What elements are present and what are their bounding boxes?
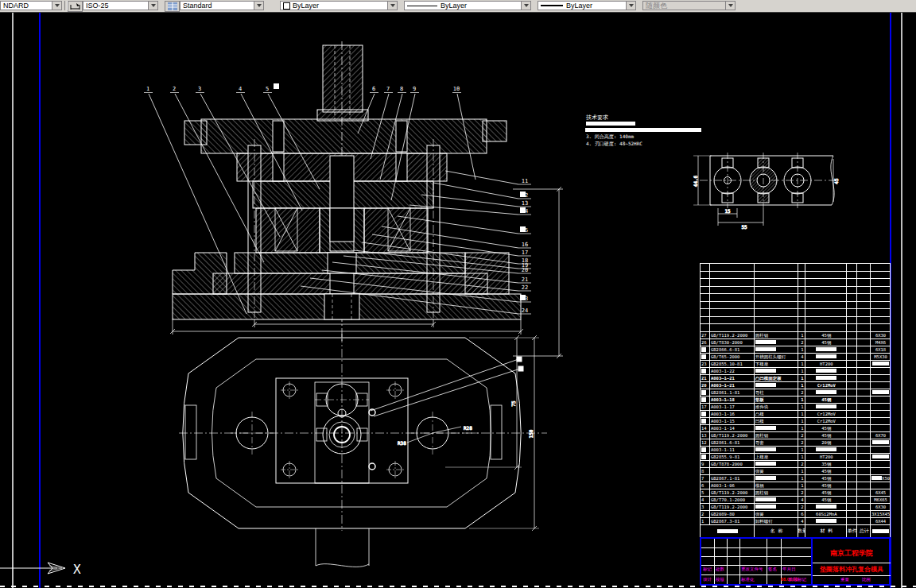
selection-grip[interactable] — [520, 295, 526, 300]
dim-style-combo[interactable]: ISO-25 — [83, 1, 158, 10]
bom-row: 6A003-1-06模柄145钢 — [701, 482, 891, 489]
tb-label-std: 标准化 — [741, 577, 755, 582]
balloon-number[interactable]: 8 — [400, 86, 403, 92]
selection-grip[interactable] — [520, 207, 526, 213]
bom-row: 1GB2867.3-81卸料螺钉46X44 — [701, 518, 891, 525]
bom-row: 5GB/T119.2-2000圆柱销245钢6X45 — [701, 489, 891, 497]
tb-label-count: 处数 — [716, 567, 724, 572]
bom-empty-row — [701, 287, 891, 295]
bom-row: 12GB2861.6-81导套220钢 — [701, 439, 891, 447]
balloon-number[interactable]: 17 — [522, 250, 528, 256]
balloon-number[interactable]: 10 — [453, 86, 460, 92]
highlighted-note-line[interactable] — [586, 122, 635, 126]
tb-label-scale: 比例 — [862, 577, 871, 582]
dim-style-value: ISO-25 — [86, 2, 109, 10]
bom-empty-row — [701, 294, 891, 302]
bom-row: A003-1-16凸模1Cr12MoV — [701, 411, 891, 418]
tb-label-weight: 重量 — [840, 577, 849, 582]
selection-grip[interactable] — [520, 226, 526, 232]
tb-label-stage: 阶段标记 — [789, 577, 806, 582]
chevron-down-icon[interactable] — [254, 2, 263, 10]
bom-data-rows: 27GB/T119.2-2000圆柱销145钢6X3026GB/T830-200… — [701, 332, 891, 525]
selection-grip[interactable] — [520, 191, 526, 197]
svg-text:150: 150 — [528, 429, 534, 438]
bom-row: GB2855.9-81上模座1HT200 — [701, 454, 891, 461]
drawing-title: 垫圈落料冲孔复合模具 — [813, 565, 891, 574]
svg-text:R38: R38 — [398, 440, 406, 446]
table-style-combo[interactable]: Standard — [180, 1, 264, 10]
balloon-number[interactable]: 3 — [198, 86, 201, 92]
chevron-down-icon[interactable] — [626, 2, 635, 10]
bom-row: GB/T65-2000开槽圆柱头螺钉4M5X30 — [701, 354, 891, 361]
bom-header-cell — [871, 525, 891, 537]
bom-row: 26GB/T830-2000245钢M4X6 — [701, 339, 891, 346]
bom-row: GB2861.1-81导柱2 — [701, 389, 891, 397]
svg-text:75: 75 — [510, 400, 516, 407]
table-style-icon[interactable] — [165, 1, 180, 12]
chevron-down-icon[interactable] — [148, 2, 157, 10]
tb-label-date: 年月日 — [782, 567, 796, 572]
bom-row: 3GB/T119.2-200026X30 — [701, 504, 891, 511]
balloon-number[interactable]: 4 — [239, 86, 242, 92]
balloon-number[interactable]: 22 — [522, 284, 528, 291]
chevron-down-icon[interactable] — [521, 2, 530, 10]
balloon-number[interactable]: 1 — [146, 86, 149, 92]
bom-header-cell — [701, 525, 755, 537]
balloon-number[interactable]: 11 — [522, 178, 528, 184]
balloon-number[interactable]: 6 — [372, 86, 375, 92]
bom-empty-row — [701, 279, 891, 287]
balloon-number[interactable]: 7 — [386, 86, 390, 92]
dowel-pin[interactable] — [369, 463, 375, 470]
linetype-value: ByLayer — [441, 2, 467, 10]
chevron-down-icon[interactable] — [387, 2, 397, 10]
lineweight-combo[interactable]: ByLayer — [538, 1, 636, 10]
bom-row: 17A003-1-17推件块1 — [701, 404, 891, 411]
section-view[interactable] — [173, 41, 521, 342]
balloon-number[interactable]: 2 — [173, 86, 176, 92]
tb-label-file: 更改文件号 — [741, 567, 763, 572]
selection-grip[interactable] — [518, 366, 523, 371]
technical-notes: 技术要求 3. 闭合高度: 140mm 4. 刃口硬度: 48~52HRC — [585, 114, 701, 147]
bom-empty-row — [701, 317, 891, 325]
bom-row: A003—1—18垫板145钢 — [701, 397, 891, 404]
lineweight-value: ByLayer — [566, 2, 592, 10]
school-name: 南京工程学院 — [813, 548, 891, 559]
ucs-x-label: X — [73, 562, 81, 577]
balloon-number[interactable]: 9 — [413, 86, 416, 92]
text-style-value: NDARD — [3, 2, 29, 10]
linetype-combo[interactable]: ByLayer — [404, 1, 531, 10]
balloon-number[interactable]: 24 — [522, 308, 528, 314]
bom-row: 23GB2855.10-81下模座1HT200 — [701, 361, 891, 368]
bom-row: A003-1-111 — [701, 447, 891, 454]
color-swatch — [283, 2, 290, 10]
color-combo[interactable]: ByLayer — [280, 1, 398, 10]
highlighted-note-line[interactable] — [585, 128, 701, 132]
selection-grip[interactable] — [517, 357, 522, 362]
bom-row: 2GB2089-80弹簧660Si2MnA3X15X45 — [701, 511, 891, 518]
dim-style-icon[interactable] — [68, 1, 83, 12]
balloon-number[interactable]: 16 — [522, 242, 528, 248]
strip-layout-view[interactable] — [700, 153, 836, 208]
svg-text:15: 15 — [724, 208, 731, 214]
bom-empty-row — [701, 324, 891, 332]
bom-row: A003-1-221 — [701, 368, 891, 375]
tb-label-sign: 签名 — [768, 567, 777, 572]
svg-text:55: 55 — [741, 224, 747, 230]
bom-row: 9GB/T878-2000235钢 — [701, 461, 891, 468]
bom-row: 27GB/T119.2-2000圆柱销145钢6X30 — [701, 332, 891, 339]
plan-view[interactable] — [179, 334, 547, 567]
bom-header-cell: 材 料 — [805, 525, 847, 537]
tb-label-mark: 标记 — [703, 567, 712, 572]
plot-style-combo: 随颜色 — [642, 1, 736, 10]
balloon-number[interactable]: 5 — [266, 86, 269, 92]
chevron-down-icon[interactable] — [52, 2, 61, 10]
balloon-number[interactable]: 20 — [522, 267, 528, 273]
selection-grip[interactable] — [274, 83, 279, 89]
bom-header-cell: 单件 — [847, 525, 857, 537]
parts-list-table[interactable]: 27GB/T119.2-2000圆柱销145钢6X3026GB/T830-200… — [700, 263, 891, 538]
balloon-number[interactable]: 21 — [522, 277, 528, 283]
svg-text:44.6: 44.6 — [693, 175, 698, 187]
balloon-number[interactable]: 13 — [522, 200, 528, 207]
bom-empty-row — [701, 302, 891, 310]
text-style-combo[interactable]: NDARD — [0, 1, 62, 10]
